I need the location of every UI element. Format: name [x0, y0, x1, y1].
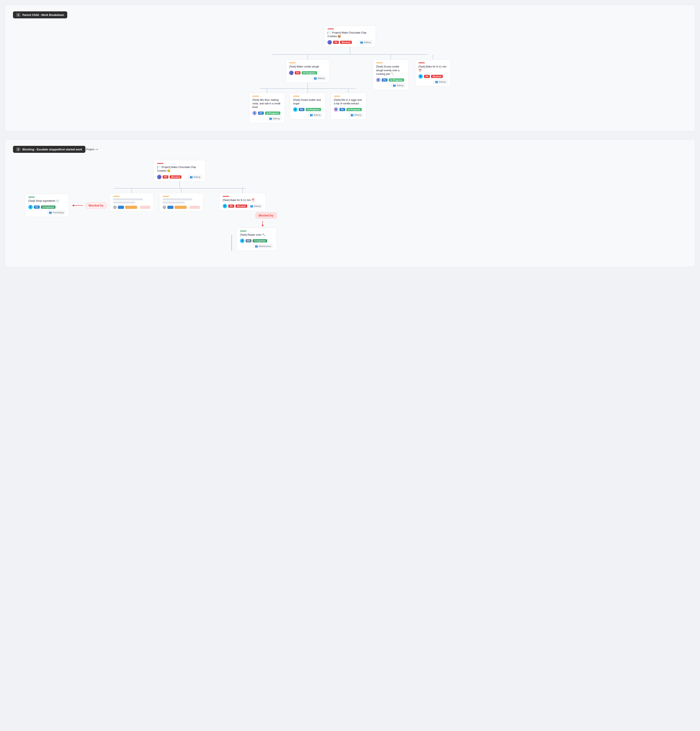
l2-avatar-2: 👤 [334, 107, 338, 112]
blurred-tag-1 [190, 206, 200, 209]
svg-marker-1 [72, 204, 74, 207]
blurred-line-1a [163, 198, 192, 200]
level1-avatar-0: 👤 [289, 70, 294, 75]
l2-title-2: [Task] Mix in 2 eggs and a tsp of vanill… [334, 98, 363, 105]
repair-title: [Task] Repair oven 🔧 [240, 233, 273, 236]
shop-card[interactable]: [Task] Shop ingredients 🛒 👤 P1 Completed… [25, 194, 69, 217]
blurred-badge-1b [175, 206, 186, 209]
level1-row: [Task] Make cookie dough 👤 P0 In Progres… [268, 55, 432, 123]
root-card[interactable]: [📄 Project] Make Chocolate Chip Cookies … [324, 25, 376, 47]
l2-col-1: [Task] Cream butter and sugar 👤 P1 In Pr… [290, 89, 326, 119]
l2-avatar-1: 👤 [293, 107, 298, 112]
blurred-badge-0a [118, 206, 124, 209]
project-avatar: 👤 [157, 175, 161, 179]
blocked-by-label2: Blocked by [255, 213, 277, 219]
level1-card-0[interactable]: [Task] Make cookie dough 👤 P0 In Progres… [286, 59, 330, 82]
level1-status-0: In Progress [302, 71, 317, 75]
level1-tag-0: 👥 Baking [312, 76, 326, 80]
section1-label: Parent Child - Work Breakdown [22, 13, 64, 16]
bake-col: [Task] Bake for 9-11 min ⏰ 👤 P0 Blocked … [209, 189, 277, 251]
blurred-line-1b [163, 201, 185, 204]
level1-col-2: [Task] Bake for 9-11 min ⏰ 👤 P0 Blocked … [415, 55, 451, 86]
blurred-avatar-0 [113, 206, 117, 209]
bake-card[interactable]: [Task] Bake for 9-11 min ⏰ 👤 P0 Blocked … [219, 193, 266, 211]
level1-footer-0: 👤 P0 In Progress 👥 Baking [289, 70, 326, 80]
root-tag-icon: 👥 [360, 41, 363, 44]
level1-priority-0: P0 [295, 71, 301, 75]
project-card[interactable]: [📄 Project] Make Chocolate Chip Cookies … [154, 160, 205, 182]
level1-card-1[interactable]: [Task] Scoop cookie dough evenly onto a … [373, 59, 409, 90]
blurred-col-1 [159, 189, 203, 212]
root-tag: 👥 Baking [358, 40, 373, 44]
l2-col-0: [Task] Mix flour, baking soda, and salt … [249, 89, 285, 123]
root-accent [327, 28, 334, 29]
l2-title-1: [Task] Cream butter and sugar [293, 98, 322, 105]
arrow-down-svg [261, 221, 277, 227]
blurred-card-0[interactable] [110, 193, 154, 212]
sec2-top-row: [Task] Shop ingredients 🛒 👤 P1 Completed… [13, 160, 687, 251]
root-footer: 👤 P0 Blocked 👥 Baking [327, 40, 373, 44]
v-connector-root [350, 47, 350, 54]
sec2-children-row: [Task] Bake for 9-11 min ⏰ 👤 P0 Blocked … [110, 189, 249, 251]
svg-marker-3 [261, 225, 264, 227]
repair-avatar: 👤 [240, 239, 244, 243]
shop-title: [Task] Shop ingredients 🛒 [28, 199, 66, 203]
level1-avatar-2: 👤 [418, 74, 423, 79]
blurred-line-0a [113, 198, 143, 200]
level1-title-0: [Task] Make cookie dough [289, 65, 326, 68]
blocked-by-label1: Blocked by [86, 203, 107, 208]
bake-blocked-row: Blocked by [Task] Repair oven 🔧 [209, 213, 277, 251]
v-connector-project [179, 182, 180, 188]
l2-avatar-0: 👤 [252, 111, 257, 115]
level1-accent-0 [289, 62, 295, 63]
l2-title-0: [Task] Mix flour, baking soda, and salt … [252, 98, 282, 109]
section2: 2 Blocking - Escalate stopped/not starte… [5, 139, 695, 267]
section2-label: Blocking - Escalate stopped/not started … [22, 148, 82, 151]
bake-avatar: 👤 [223, 204, 227, 208]
level1-col-0: [Task] Make cookie dough 👤 P0 In Progres… [249, 55, 366, 123]
level1-title-1: [Task] Scoop cookie dough evenly onto a … [376, 65, 405, 76]
blurred-col-0 [110, 189, 154, 212]
l2-card-0[interactable]: [Task] Mix flour, baking soda, and salt … [249, 93, 285, 123]
blurred-badge-0b [125, 206, 137, 209]
root-priority: P0 [333, 41, 339, 44]
root-level: [📄 Project] Make Chocolate Chip Cookies … [324, 25, 376, 47]
repair-card[interactable]: [Task] Repair oven 🔧 👤 P2 Completed 👥 Ma… [237, 228, 277, 251]
blocked-by-connector1: Blocked by [72, 203, 107, 208]
sec2-project-col: [📄 Project] Make Chocolate Chip Cookies … [110, 160, 249, 251]
section1-tree: [📄 Project] Make Chocolate Chip Cookies … [13, 25, 687, 123]
level2-row: [Task] Mix flour, baking soda, and salt … [249, 89, 366, 123]
section2-number: 2 [16, 147, 21, 151]
v-connector-l2 [308, 83, 308, 88]
blurred-line-0b [113, 201, 135, 204]
blurred-avatar-1 [163, 206, 166, 209]
shop-avatar: 👤 [28, 205, 33, 209]
section1: 1 Parent Child - Work Breakdown [📄 Proje… [5, 5, 695, 131]
root-avatar: 👤 [327, 40, 332, 44]
level1-col-1: [Task] Scoop cookie dough evenly onto a … [373, 55, 409, 90]
arrow-left-svg [72, 204, 84, 207]
root-title: [📄 Project] Make Chocolate Chip Cookies … [327, 31, 373, 38]
v-stub-0 [308, 55, 308, 59]
section1-number: 1 [16, 13, 21, 17]
level1-avatar-1: 👤 [376, 78, 380, 82]
l2-card-1[interactable]: [Task] Cream butter and sugar 👤 P1 In Pr… [290, 93, 326, 119]
bake-blocked-section: Blocked by [Task] Repair oven 🔧 [209, 213, 277, 251]
bake-blocked-label-section: Blocked by [Task] Repair oven 🔧 [237, 213, 277, 251]
h-connector-sec2 [114, 188, 245, 189]
blurred-card-1[interactable] [159, 193, 203, 212]
section1-title: 1 Parent Child - Work Breakdown [13, 11, 67, 18]
project-title: [📄 Project] Make Chocolate Chip Cookies … [157, 165, 202, 173]
level1-card-2[interactable]: [Task] Bake for 9-11 min ⏰ 👤 P0 Blocked … [415, 59, 451, 86]
l2-col-2: [Task] Mix in 2 eggs and a tsp of vanill… [330, 89, 366, 119]
l2-card-2[interactable]: [Task] Mix in 2 eggs and a tsp of vanill… [330, 93, 366, 119]
blurred-tag-0 [140, 206, 150, 209]
blurred-badge-1a [167, 206, 173, 209]
root-status: Blocked [340, 41, 352, 44]
bake-title: [Task] Bake for 9-11 min ⏰ [223, 198, 263, 202]
bake-v-line [232, 235, 232, 251]
section2-title: 2 Blocking - Escalate stopped/not starte… [13, 146, 85, 153]
level1-title-2: [Task] Bake for 9-11 min ⏰ [418, 65, 448, 72]
